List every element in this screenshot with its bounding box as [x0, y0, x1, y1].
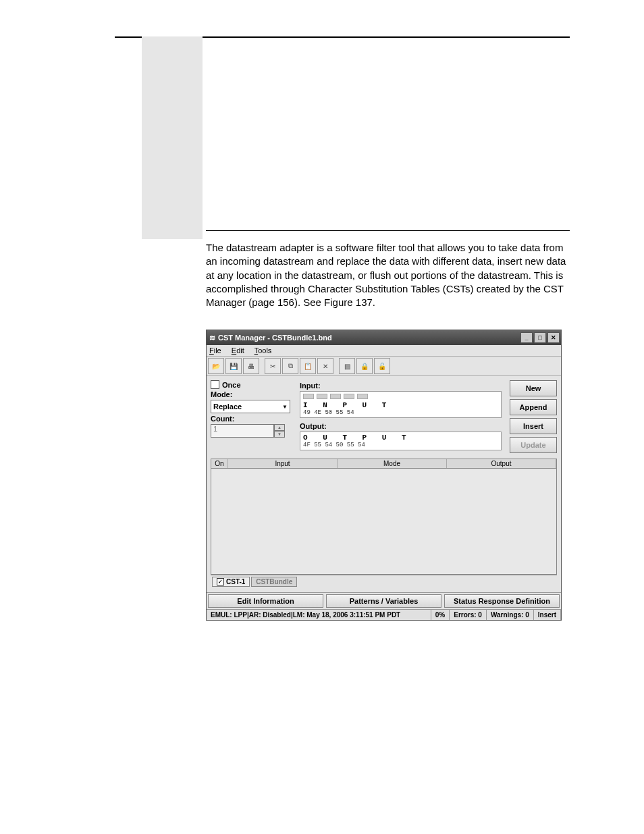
pane-buttons: Edit Information Patterns / Variables St… — [207, 592, 561, 609]
spinner-up-icon[interactable]: ▲ — [274, 424, 285, 431]
input-field[interactable]: I N P U T 49 4E 50 55 54 — [300, 391, 502, 418]
status-errors: Errors: 0 — [450, 610, 487, 620]
status-mode: Insert — [534, 610, 561, 620]
mode-label: Mode: — [211, 390, 292, 398]
status-warnings: Warnings: 0 — [487, 610, 534, 620]
spinner-down-icon[interactable]: ▼ — [274, 431, 285, 438]
delete-icon[interactable]: ✕ — [317, 358, 333, 374]
tab-bundle[interactable]: CSTBundle — [251, 577, 297, 587]
tab-bundle-label: CSTBundle — [256, 578, 292, 585]
output-chars: O U T P U T — [303, 434, 498, 442]
maximize-button[interactable]: □ — [534, 332, 546, 343]
output-field[interactable]: O U T P U T 4F 55 54 50 55 54 — [300, 432, 502, 450]
section-rule — [206, 230, 570, 231]
table-header: On Input Mode Output — [211, 459, 556, 469]
tool-b-icon[interactable]: 🔒 — [356, 358, 373, 374]
input-chars: I N P U T — [303, 401, 498, 409]
sidebar-placeholder — [142, 36, 203, 239]
copy-icon[interactable]: ⧉ — [282, 358, 298, 374]
close-button[interactable]: ✕ — [547, 332, 560, 343]
append-button[interactable]: Append — [510, 399, 557, 415]
col-on[interactable]: On — [211, 459, 228, 468]
count-label: Count: — [211, 415, 292, 423]
insert-button[interactable]: Insert — [510, 418, 557, 434]
print-icon[interactable]: 🖶 — [243, 358, 259, 374]
cut-icon[interactable]: ✂ — [265, 358, 281, 374]
tab-cst1[interactable]: ✓ CST-1 — [212, 577, 250, 587]
save-icon[interactable]: 💾 — [225, 358, 242, 374]
minimize-button[interactable]: _ — [520, 332, 533, 343]
once-label: Once — [222, 381, 241, 389]
menu-bar: File Edit Tools — [207, 345, 561, 357]
body-paragraph: The datastream adapter is a software fil… — [206, 241, 570, 309]
app-icon: ≋ — [209, 334, 215, 342]
tool-c-icon[interactable]: 🔓 — [374, 358, 390, 374]
output-hex: 4F 55 54 50 55 54 — [303, 442, 498, 448]
tab-cst1-label: CST-1 — [226, 578, 245, 585]
input-hex: 49 4E 50 55 54 — [303, 409, 498, 416]
tab-strip: ✓ CST-1 CSTBundle — [211, 575, 557, 588]
app-body: Once Mode: Replace ▼ Count: 1 ▲ ▼ — [207, 376, 561, 592]
col-input[interactable]: Input — [228, 459, 338, 468]
status-response-button[interactable]: Status Response Definition — [444, 594, 560, 608]
mode-value: Replace — [213, 402, 242, 411]
tool-a-icon[interactable]: ▤ — [339, 358, 355, 374]
paste-icon[interactable]: 📋 — [300, 358, 316, 374]
rules-table: On Input Mode Output — [211, 459, 557, 575]
edit-information-button[interactable]: Edit Information — [208, 594, 323, 608]
window-title: CST Manager - CSTBundle1.bnd — [218, 334, 332, 342]
open-icon[interactable]: 📂 — [208, 358, 224, 374]
count-value: 1 — [211, 424, 274, 438]
status-percent: 0% — [431, 610, 450, 620]
status-left: EMUL: LPP|AR: Disabled|LM: May 18, 2006 … — [207, 610, 431, 620]
new-button[interactable]: New — [510, 380, 557, 396]
app-window: ≋ CST Manager - CSTBundle1.bnd _ □ ✕ Fil… — [206, 330, 562, 621]
status-bar: EMUL: LPP|AR: Disabled|LM: May 18, 2006 … — [207, 609, 561, 620]
toolbar: 📂 💾 🖶 ✂ ⧉ 📋 ✕ ▤ 🔒 🔓 — [207, 357, 561, 376]
output-label: Output: — [300, 422, 502, 430]
chevron-down-icon: ▼ — [282, 404, 288, 410]
menu-tools[interactable]: Tools — [254, 346, 272, 355]
update-button[interactable]: Update — [510, 437, 557, 453]
mode-select[interactable]: Replace ▼ — [211, 400, 290, 413]
once-checkbox[interactable]: Once — [211, 380, 292, 389]
menu-edit[interactable]: Edit — [232, 346, 244, 355]
titlebar: ≋ CST Manager - CSTBundle1.bnd _ □ ✕ — [207, 330, 561, 345]
count-spinner[interactable]: 1 ▲ ▼ — [211, 424, 285, 438]
col-mode[interactable]: Mode — [338, 459, 447, 468]
patterns-variables-button[interactable]: Patterns / Variables — [326, 594, 441, 608]
input-label: Input: — [300, 382, 502, 390]
menu-file[interactable]: File — [209, 346, 221, 355]
col-output[interactable]: Output — [447, 459, 556, 468]
